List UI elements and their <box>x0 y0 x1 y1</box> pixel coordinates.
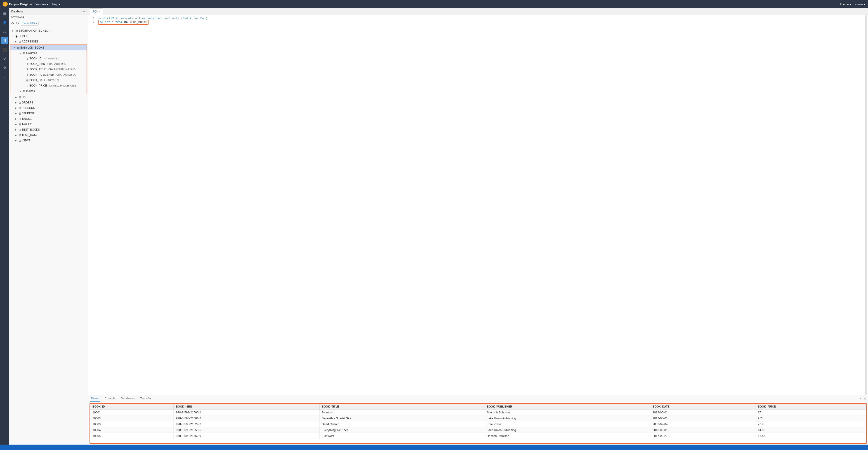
tree-item-test-books[interactable]: TEST_BOOKS <box>9 127 88 132</box>
table-icon-persons <box>18 106 22 110</box>
grid-icon-btn[interactable]: ⊞ <box>1 10 8 17</box>
tree-arrow-orders <box>14 101 18 104</box>
result-collapse-icon[interactable]: ∧ <box>860 397 862 400</box>
result-tab-actions: ∧ ✕ <box>860 397 866 400</box>
database-icon-btn[interactable]: 🗄 <box>1 37 8 44</box>
data-table-wrap: BOOK_ID BOOK_ISBN BOOK_TITLE BOOK_PUBLIS… <box>90 403 867 444</box>
refresh-schema-icon[interactable]: ⟳ <box>11 21 14 26</box>
tree-item-indices[interactable]: Indices <box>10 88 87 94</box>
theme-menu[interactable]: Theme ▾ <box>840 2 851 6</box>
table-cell-2-5: 7.19 <box>755 421 866 427</box>
tree-item-student[interactable]: STUDENT <box>9 111 88 116</box>
table-icon-table2 <box>18 122 22 126</box>
result-tab-transfer[interactable]: Transfer <box>140 395 152 402</box>
help-menu[interactable]: Help ▾ <box>52 2 60 6</box>
sql-tab-close[interactable]: ✕ <box>99 10 101 13</box>
tree-label-orders: ORDERS <box>22 101 33 104</box>
tree-item-orders[interactable]: ORDERS <box>9 100 88 105</box>
tree-item-columns-group[interactable]: Columns <box>10 51 87 56</box>
sync-icon[interactable]: ↻ <box>16 21 19 26</box>
sql-line-1: 1 -- Ctrl+X to execute all or selected t… <box>90 17 866 20</box>
terminal-icon-btn[interactable]: ⬛ <box>1 46 8 53</box>
tree-item-car[interactable]: CAR <box>9 94 88 100</box>
tree-label-book-publisher: BOOK_PUBLISHER - CHARACTER VA <box>29 73 76 76</box>
col-date-icon <box>25 78 29 82</box>
tree-item-babylon-books[interactable]: BABYLON_BOOKS <box>10 45 87 51</box>
schema-icon <box>14 34 19 38</box>
tree-item-book-id[interactable]: BOOK_ID - INTEGER(32) <box>10 56 87 61</box>
result-tab-databases[interactable]: Databases <box>120 395 136 402</box>
result-tab-console[interactable]: Console <box>104 395 116 402</box>
tree-item-information-schema[interactable]: INFORMATION_SCHEMA <box>9 28 88 33</box>
tree-item-book-date[interactable]: BOOK_DATE - DATE(10) <box>10 77 87 83</box>
col-int-icon <box>25 57 29 61</box>
sql-tab-label: SQL <box>92 10 98 13</box>
table-icon-babylon-books <box>16 45 20 50</box>
tree-label-babylon-books: BABYLON_BOOKS <box>20 46 44 49</box>
window-menu[interactable]: Window ▾ <box>35 2 49 6</box>
table-cell-3-1: 978-3-598-21550-6 <box>174 427 319 433</box>
sidebar-tree: INFORMATION_SCHEMA PUBLIC ADDRESSES BABY… <box>9 27 88 445</box>
col-header-book-publisher: BOOK_PUBLISHER <box>485 404 650 410</box>
tree-label-book-isbn: BOOK_ISBN - CHARACTER(17) <box>29 62 67 65</box>
table-cell-0-2: Beartown <box>319 410 485 415</box>
db-select-dropdown[interactable]: DefaultDB ▾ <box>21 21 39 26</box>
tree-item-test-data[interactable]: TEST_DATA <box>9 132 88 138</box>
settings-icon-btn[interactable]: ⚙ <box>1 64 8 71</box>
branch-icon-btn[interactable]: ⎇ <box>1 28 8 35</box>
tree-label-view3: VIEW3 <box>22 139 30 142</box>
bottom-bar <box>0 445 868 450</box>
tree-label-public: PUBLIC <box>19 35 28 38</box>
more-icon-btn[interactable]: » <box>1 73 8 81</box>
sql-keyword-from: from <box>115 21 122 24</box>
sql-keyword-select: select <box>99 21 110 24</box>
tree-item-table2[interactable]: TABLE2 <box>9 122 88 127</box>
result-tab-result[interactable]: Result <box>90 395 100 402</box>
admin-menu[interactable]: admin ▾ <box>855 2 865 6</box>
sql-line-2: 2 select * from BABYLON_BOOKS <box>90 21 866 24</box>
tree-label-car: CAR <box>22 96 27 99</box>
tree-label-test-books: TEST_BOOKS <box>22 128 40 131</box>
tree-arrow-addresses <box>14 40 18 43</box>
tree-item-book-title[interactable]: BOOK_TITLE - CHARACTER VARYING( <box>10 67 87 72</box>
history-icon-btn[interactable]: ↺ <box>1 55 8 62</box>
tree-item-view3[interactable]: VIEW3 <box>9 138 88 143</box>
view-icon-view3 <box>18 138 22 142</box>
table-cell-3-4: 2016-08-01 <box>650 427 755 433</box>
table-cell-4-2: Exit West <box>319 433 485 439</box>
tree-item-book-publisher[interactable]: BOOK_PUBLISHER - CHARACTER VA <box>10 72 87 77</box>
col-header-book-id: BOOK_ID <box>90 404 174 410</box>
tree-item-persons[interactable]: PERSONS <box>9 105 88 111</box>
tree-item-book-price[interactable]: BOOK_PRICE - DOUBLE PRECISION(5 <box>10 83 87 88</box>
tree-label-book-id: BOOK_ID - INTEGER(32) <box>29 57 59 60</box>
sql-tab[interactable]: SQL ✕ <box>90 8 103 15</box>
tree-arrow-columns <box>19 52 22 55</box>
tree-item-book-isbn[interactable]: BOOK_ISBN - CHARACTER(17) <box>10 61 87 67</box>
table-icon <box>14 29 19 33</box>
sql-editor[interactable]: 1 -- Ctrl+X to execute all or selected t… <box>88 15 868 395</box>
tree-arrow-book-id <box>22 57 25 60</box>
result-close-icon[interactable]: ✕ <box>864 397 866 400</box>
tree-item-public[interactable]: PUBLIC <box>9 33 88 39</box>
tree-arrow-view3 <box>14 139 18 142</box>
table-cell-2-4: 2007-09-04 <box>650 421 755 427</box>
table-cell-2-2: Dead Certain <box>319 421 485 427</box>
tree-label-book-price: BOOK_PRICE - DOUBLE PRECISION(5 <box>29 84 76 87</box>
tree-label-table1: TABLE1 <box>22 117 32 120</box>
tree-arrow-information-schema <box>11 29 14 32</box>
content-area: SQL ✕ 1 -- Ctrl+X to execute all or sele… <box>88 8 868 445</box>
tree-label-indices: Indices <box>26 90 35 93</box>
table-cell-4-4: 2017-02-27 <box>650 433 755 439</box>
sidebar: Database ··· DATABASE ⟳ ↻ DefaultDB ▾ IN… <box>9 8 88 445</box>
table-icon-orders <box>18 100 22 105</box>
sidebar-more-btn[interactable]: ··· <box>81 9 86 13</box>
topbar-right: Theme ▾ admin ▾ <box>840 2 865 6</box>
tree-item-addresses[interactable]: ADDRESSES <box>9 39 88 44</box>
table-header-row: BOOK_ID BOOK_ISBN BOOK_TITLE BOOK_PUBLIS… <box>90 404 866 410</box>
tree-label-student: STUDENT <box>22 112 35 115</box>
tree-arrow-babylon-books <box>13 46 16 49</box>
tree-item-table1[interactable]: TABLE1 <box>9 116 88 122</box>
sidebar-tools: ⟳ ↻ DefaultDB ▾ <box>9 20 88 27</box>
user-icon-btn[interactable]: 👤 <box>1 19 8 26</box>
sql-comment: -- Ctrl+X to execute all or selected tex… <box>98 17 208 20</box>
